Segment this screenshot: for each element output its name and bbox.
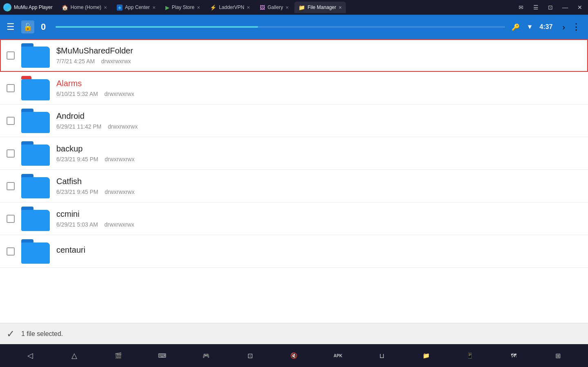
list-item[interactable]: centauri: [0, 235, 588, 268]
file-info: backup 6/23/21 9:45 PM drwxrwxrwx: [56, 144, 581, 162]
file-name: $MuMuSharedFolder: [56, 46, 581, 56]
appcenter-tab-label: App Center: [125, 4, 150, 10]
file-checkbox[interactable]: [7, 84, 15, 92]
folder-icon: [21, 239, 50, 264]
file-meta: 6/23/21 9:45 PM drwxrwxrwx: [56, 189, 581, 195]
filemanager-tab-label: File Manager: [307, 4, 336, 10]
close-icon[interactable]: ✕: [575, 2, 585, 12]
tab-laddervpn[interactable]: ⚡ LadderVPN ✕: [206, 2, 254, 13]
appcenter-tab-icon: ◈: [117, 4, 122, 11]
laddervpn-tab-close[interactable]: ✕: [247, 5, 250, 10]
folder-button[interactable]: 📁: [419, 348, 433, 363]
file-info: Android 6/29/21 11:42 PM drwxrwxrwx: [56, 111, 581, 130]
file-checkbox[interactable]: [7, 117, 15, 125]
folder-icon: [21, 109, 50, 133]
topbar-right: 🔑 ▼ 4:37: [512, 23, 552, 31]
list-item[interactable]: ccmini 6/29/21 5:03 AM drwxrwxrwx: [0, 202, 588, 235]
file-meta: 7/7/21 4:25 AM drwxrwxrwx: [56, 58, 581, 65]
gallery-tab-label: Gallery: [267, 4, 283, 10]
home-button[interactable]: △: [67, 348, 82, 363]
laddervpn-tab-label: LadderVPN: [219, 4, 244, 10]
tab-filemanager[interactable]: 📁 File Manager ✕: [294, 2, 346, 13]
progress-bar: [56, 26, 505, 28]
list-item[interactable]: Catfish 6/23/21 9:45 PM drwxrwxrwx: [0, 170, 588, 202]
selection-status: 1 file selected.: [21, 330, 63, 338]
gallery-tab-icon: 🖼: [260, 4, 265, 11]
file-name: ccmini: [56, 209, 581, 219]
resize-button[interactable]: ⊔: [374, 348, 389, 363]
folder-icon: [21, 174, 50, 198]
playstore-tab-close[interactable]: ✕: [197, 5, 200, 10]
file-list: $MuMuSharedFolder 7/7/21 4:25 AM drwxrwx…: [0, 39, 588, 323]
gamepad-button[interactable]: 🎮: [199, 348, 214, 363]
folder-icon: [21, 43, 50, 68]
list-item[interactable]: Android 6/29/21 11:42 PM drwxrwxrwx: [0, 105, 588, 137]
filemanager-tab-close[interactable]: ✕: [339, 5, 342, 10]
file-meta: 6/23/21 9:45 PM drwxrwxrwx: [56, 156, 581, 162]
forward-chevron[interactable]: ›: [562, 22, 565, 32]
file-info: Catfish 6/23/21 9:45 PM drwxrwxrwx: [56, 177, 581, 195]
mute-button[interactable]: 🔇: [287, 348, 301, 363]
bottom-status-bar: ✓ 1 file selected.: [0, 323, 588, 344]
appcenter-tab-close[interactable]: ✕: [152, 5, 156, 10]
checkmark-icon: ✓: [7, 328, 15, 340]
lock-icon: 🔓: [23, 22, 32, 31]
app-logo: MuMu App Player: [3, 3, 53, 11]
home-tab-icon: 🏠: [62, 4, 68, 11]
minimize-icon[interactable]: —: [560, 2, 570, 12]
folder-icon: [21, 207, 50, 231]
app-name: MuMu App Player: [14, 4, 53, 10]
bottom-toolbar: ◁ △ 🎬 ⌨ 🎮 ⊡ 🔇 APK ⊔ 📁 📱 🗺 ⊞: [0, 344, 588, 367]
back-button[interactable]: ◁: [23, 348, 38, 363]
menu-icon[interactable]: ☰: [531, 2, 541, 12]
gallery-tab-close[interactable]: ✕: [285, 5, 289, 10]
list-item[interactable]: $MuMuSharedFolder 7/7/21 4:25 AM drwxrwx…: [0, 39, 588, 72]
file-name: centauri: [56, 245, 581, 255]
multi-window-button[interactable]: ⊞: [550, 348, 565, 363]
mail-icon[interactable]: ✉: [516, 2, 526, 12]
apk-button[interactable]: APK: [331, 348, 345, 363]
tab-gallery[interactable]: 🖼 Gallery ✕: [256, 2, 293, 13]
phone-button[interactable]: 📱: [463, 348, 477, 363]
file-info: Alarms 6/10/21 5:32 AM drwxrwxrwx: [56, 79, 581, 97]
file-info: $MuMuSharedFolder 7/7/21 4:25 AM drwxrwx…: [56, 46, 581, 65]
file-name: backup: [56, 144, 581, 153]
topbar: ☰ 🔓 0 🔑 ▼ 4:37 › ⋮: [0, 15, 588, 39]
list-item[interactable]: Alarms 6/10/21 5:32 AM drwxrwxrwx: [0, 72, 588, 105]
list-item[interactable]: backup 6/23/21 9:45 PM drwxrwxrwx: [0, 137, 588, 170]
playstore-tab-icon: ▶: [165, 4, 169, 11]
tab-playstore[interactable]: ▶ Play Store ✕: [161, 2, 204, 13]
clock: 4:37: [539, 23, 552, 31]
logo-icon: [3, 3, 11, 11]
tab-home[interactable]: 🏠 Home (Home) ✕: [58, 2, 111, 13]
file-meta: 6/29/21 5:03 AM drwxrwxrwx: [56, 221, 581, 228]
file-checkbox[interactable]: [7, 215, 15, 223]
filemanager-tab-icon: 📁: [298, 4, 305, 11]
progress-fill: [56, 26, 258, 28]
more-options[interactable]: ⋮: [572, 22, 581, 32]
home-tab-close[interactable]: ✕: [104, 5, 107, 10]
counter-badge: 0: [41, 22, 46, 32]
hamburger-menu[interactable]: ☰: [7, 22, 15, 32]
file-meta: 6/10/21 5:32 AM drwxrwxrwx: [56, 91, 581, 97]
file-checkbox[interactable]: [7, 182, 15, 190]
restore-icon[interactable]: ⊡: [546, 2, 555, 12]
video-button[interactable]: 🎬: [111, 348, 125, 363]
file-info: ccmini 6/29/21 5:03 AM drwxrwxrwx: [56, 209, 581, 228]
lock-button[interactable]: 🔓: [21, 20, 34, 33]
titlebar: MuMu App Player 🏠 Home (Home) ✕ ◈ App Ce…: [0, 0, 588, 15]
file-checkbox[interactable]: [7, 149, 15, 158]
file-info: centauri: [56, 245, 581, 257]
wifi-icon: ▼: [526, 23, 533, 31]
screen-button[interactable]: ⊡: [243, 348, 257, 363]
location-button[interactable]: 🗺: [506, 348, 521, 363]
tab-appcenter[interactable]: ◈ App Center ✕: [113, 2, 160, 13]
keyboard-button[interactable]: ⌨: [155, 348, 169, 363]
file-name: Catfish: [56, 177, 581, 186]
key-icon: 🔑: [512, 23, 520, 31]
file-checkbox[interactable]: [7, 51, 15, 60]
folder-icon: [21, 141, 50, 166]
folder-icon: [21, 76, 50, 100]
file-checkbox[interactable]: [7, 247, 15, 256]
playstore-tab-label: Play Store: [172, 4, 194, 10]
